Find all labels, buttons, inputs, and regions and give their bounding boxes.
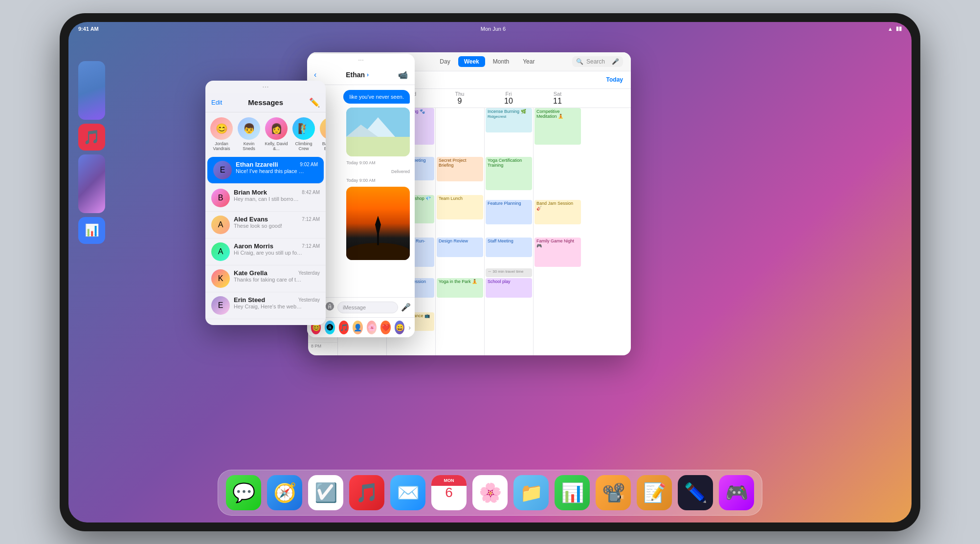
messages-conversation-list: E Ethan Izzarelli 9:02 AM Nice! I've hea… bbox=[205, 156, 326, 325]
files-icon: 📁 bbox=[520, 482, 543, 503]
tab-month[interactable]: Month bbox=[487, 56, 515, 67]
appstore-icon[interactable]: 🅐 bbox=[326, 302, 334, 313]
contact-bayarea[interactable]: ⛺ Bay Area Budd... bbox=[319, 117, 326, 151]
day-label-thu: Thu bbox=[455, 91, 465, 97]
dock-safari[interactable]: 🧭 bbox=[267, 475, 302, 510]
numbers-sidebar[interactable]: 📊 bbox=[78, 217, 105, 244]
event-competitive-meditation[interactable]: Competitive Meditation 🧘 bbox=[535, 108, 581, 145]
heart-icon[interactable]: ❤️ bbox=[380, 321, 390, 334]
microphone-icon[interactable]: 🎤 bbox=[401, 303, 411, 312]
conversation-kate[interactable]: K Kate Grella Yesterday Thanks for takin… bbox=[205, 265, 326, 292]
chat-input-box[interactable]: iMessage bbox=[337, 302, 398, 313]
dock-music[interactable]: 🎵 bbox=[349, 475, 384, 510]
conversation-brian-time: 8:42 AM bbox=[302, 190, 320, 195]
conversation-ethan[interactable]: E Ethan Izzarelli 9:02 AM Nice! I've hea… bbox=[207, 157, 324, 184]
chevron-right-icon[interactable]: › bbox=[408, 324, 411, 331]
chat-image-mountain bbox=[346, 108, 410, 156]
event-family-game-night[interactable]: Family Game Night 🎮 bbox=[535, 238, 581, 267]
arcade-icon: 🎮 bbox=[725, 482, 748, 503]
tab-week[interactable]: Week bbox=[458, 56, 485, 67]
chat-header: ‹ Ethan › 📹 bbox=[307, 65, 415, 85]
dock-photos[interactable]: 🌸 bbox=[472, 475, 508, 510]
calendar-today-button[interactable]: Today bbox=[606, 76, 623, 83]
conversation-erin[interactable]: E Erin Steed Yesterday Hey Craig, Here's… bbox=[205, 292, 326, 319]
conversation-erin-top: Erin Steed Yesterday bbox=[234, 296, 320, 304]
chat-drag-handle: ··· bbox=[307, 54, 415, 65]
day-num-sat: 11 bbox=[536, 97, 579, 106]
appstore-small-icon[interactable]: 🅐 bbox=[325, 321, 334, 334]
music-app-icon[interactable]: 🎵 bbox=[339, 321, 349, 334]
dock-mail[interactable]: ✉️ bbox=[390, 475, 425, 510]
conversation-kate-top: Kate Grella Yesterday bbox=[234, 269, 320, 277]
event-secret-project[interactable]: Secret Project Briefing bbox=[437, 157, 483, 181]
calendar-search[interactable]: 🔍 Search 🎤 bbox=[572, 56, 623, 67]
day-label-fri: Fri bbox=[506, 91, 512, 97]
conversation-aaron-preview: Hi Craig, are you still up for doing tha… bbox=[234, 250, 302, 256]
contact-name-kelly: Kelly, David &... bbox=[264, 141, 289, 151]
ipad-frame: 9:41 AM Mon Jun 6 ▲ ▮▮ 🎵 📊 ··· Edit Mess… bbox=[60, 13, 920, 531]
conversation-brian-content: Brian Mork 8:42 AM Hey man, can I still … bbox=[234, 189, 320, 202]
ipad-screen: 9:41 AM Mon Jun 6 ▲ ▮▮ 🎵 📊 ··· Edit Mess… bbox=[68, 22, 912, 522]
dock-messages[interactable]: 💬 bbox=[226, 475, 261, 510]
time-slot-8pm: 8 PM bbox=[308, 343, 337, 355]
event-design-review[interactable]: Design Review bbox=[437, 238, 483, 257]
sticker-icon[interactable]: 🌸 bbox=[367, 321, 377, 334]
messages-compose-icon[interactable]: ✏️ bbox=[309, 97, 320, 108]
svg-rect-3 bbox=[346, 137, 410, 156]
contact-jordan[interactable]: 😊 Jordan Vandrais bbox=[209, 117, 234, 151]
conversation-kate-preview: Thanks for taking care of this for me. R… bbox=[234, 277, 302, 283]
event-team-lunch[interactable]: Team Lunch bbox=[437, 195, 483, 219]
chat-timestamp-2: Today 9:00 AM bbox=[312, 178, 410, 183]
conversation-aaron[interactable]: A Aaron Morris 7:12 AM Hi Craig, are you… bbox=[205, 239, 326, 265]
contact-kevin[interactable]: 👦 Kevin Sneds bbox=[237, 117, 261, 151]
event-school-play[interactable]: School play bbox=[486, 278, 532, 298]
dock-keynote[interactable]: 📽️ bbox=[596, 475, 631, 510]
conversation-aled-time: 7:12 AM bbox=[302, 217, 320, 222]
messages-edit-button[interactable]: Edit bbox=[211, 99, 222, 106]
chat-back-button[interactable]: ‹ bbox=[314, 70, 316, 79]
dock-numbers[interactable]: 📊 bbox=[555, 475, 590, 510]
day-column-thursday: Secret Project Briefing Team Lunch Desig… bbox=[435, 108, 484, 355]
event-staff-meeting[interactable]: Staff Meeting bbox=[486, 238, 532, 257]
avatar-erin: E bbox=[211, 296, 230, 315]
avatar-icon[interactable]: 👤 bbox=[353, 321, 362, 334]
messages-drag-handle: ··· bbox=[205, 81, 326, 93]
contact-name-jordan: Jordan Vandrais bbox=[209, 141, 234, 151]
conversation-aled[interactable]: A Aled Evans 7:12 AM These look so good! bbox=[205, 212, 326, 239]
chat-title: Ethan › bbox=[346, 71, 369, 79]
event-feature-planning[interactable]: Feature Planning bbox=[486, 200, 532, 224]
music-icon: 🎵 bbox=[356, 482, 379, 503]
event-incense[interactable]: Incense Burning 🌿 Ridgecrest bbox=[486, 108, 532, 132]
event-yoga-cert[interactable]: Yoga Certification Training bbox=[486, 157, 532, 190]
conversation-aled-content: Aled Evans 7:12 AM These look so good! bbox=[234, 216, 320, 229]
day-label-sat: Sat bbox=[554, 91, 562, 97]
avatar-brian: B bbox=[211, 189, 230, 207]
chat-video-icon[interactable]: 📹 bbox=[398, 70, 408, 80]
pages-icon: 📝 bbox=[643, 482, 666, 503]
chat-bubble-1: like you've never seen. bbox=[343, 90, 410, 104]
conversation-erin-preview: Hey Craig, Here's the website I told you… bbox=[234, 304, 302, 309]
dock-files[interactable]: 📁 bbox=[513, 475, 549, 510]
dock-reminders[interactable]: ☑️ bbox=[308, 475, 343, 510]
dock-pencil[interactable]: ✏️ bbox=[678, 475, 713, 510]
contact-kelly[interactable]: 👩 Kelly, David &... bbox=[264, 117, 289, 151]
conversation-brian-top: Brian Mork 8:42 AM bbox=[234, 189, 320, 196]
messages-contacts-row: 😊 Jordan Vandrais 👦 Kevin Sneds 👩 Kelly,… bbox=[205, 112, 326, 156]
tab-day[interactable]: Day bbox=[434, 56, 456, 67]
day-num-thu: 9 bbox=[438, 97, 481, 106]
music-dock-icon[interactable]: 🎵 bbox=[78, 124, 105, 151]
contact-name-climbing: Climbing Crew bbox=[291, 141, 316, 151]
dock-pages[interactable]: 📝 bbox=[637, 475, 672, 510]
conversation-brian[interactable]: B Brian Mork 8:42 AM Hey man, can I stil… bbox=[205, 185, 326, 212]
dock-arcade[interactable]: 🎮 bbox=[719, 475, 754, 510]
emoji-icon[interactable]: 😄 bbox=[395, 321, 404, 334]
contact-climbing[interactable]: 🧗 Climbing Crew bbox=[291, 117, 316, 151]
safari-icon: 🧭 bbox=[273, 482, 296, 503]
chat-delivered: Delivered bbox=[312, 169, 410, 174]
event-yoga-park[interactable]: Yoga in the Park 🧘 bbox=[437, 278, 483, 298]
search-icon: 🔍 bbox=[576, 58, 583, 65]
mail-icon: ✉️ bbox=[397, 482, 420, 503]
dock-calendar[interactable]: MON 6 bbox=[431, 475, 467, 510]
event-band-jam[interactable]: Band Jam Session 🎸 bbox=[535, 200, 581, 224]
tab-year[interactable]: Year bbox=[517, 56, 540, 67]
